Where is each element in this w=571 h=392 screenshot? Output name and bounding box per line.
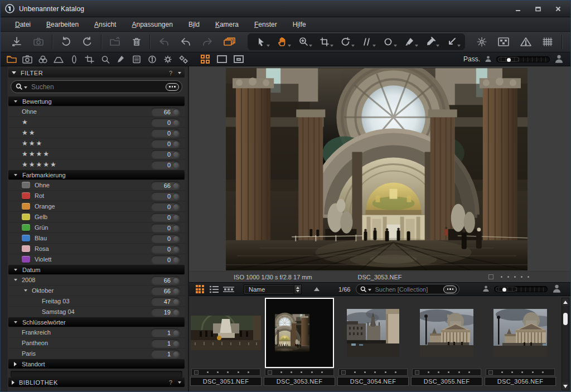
search-scope-caret-icon[interactable] <box>368 289 371 291</box>
tab-capture-icon[interactable] <box>20 54 35 65</box>
panel-menu-icon[interactable] <box>178 381 181 384</box>
tab-settings-icon[interactable] <box>160 54 176 65</box>
count-pill[interactable]: 66 <box>151 287 180 295</box>
tab-exposure-icon[interactable] <box>51 54 66 65</box>
count-pill[interactable]: 1 <box>151 339 180 347</box>
color-tag-checkbox[interactable] <box>341 370 346 375</box>
local-reset-icon[interactable] <box>471 34 492 50</box>
count-pill[interactable]: 19 <box>151 308 180 316</box>
proof-view-mode-button[interactable] <box>233 55 245 64</box>
minimize-button[interactable] <box>512 4 524 13</box>
sort-ascending-icon[interactable] <box>314 287 320 291</box>
collection-search-box[interactable]: Suchen [Collection] <box>356 284 459 294</box>
tab-details-icon[interactable] <box>98 54 113 65</box>
warning-button[interactable] <box>515 34 537 50</box>
close-button[interactable] <box>553 4 564 13</box>
filter-row-color-orange[interactable]: Orange 0 <box>8 201 185 211</box>
tab-adjustments-icon[interactable] <box>113 54 129 65</box>
filter-row-rating-1[interactable]: ★ 0 <box>8 117 185 127</box>
section-colortag-header[interactable]: Farbmarkierung <box>8 170 185 180</box>
expand-icon[interactable] <box>24 289 27 292</box>
tab-info-icon[interactable] <box>144 54 160 65</box>
filter-row-date-oktober[interactable]: Oktober 66 <box>8 285 185 296</box>
filter-search-box[interactable]: Suchen <box>11 80 182 93</box>
expand-icon[interactable] <box>12 380 14 385</box>
redo-button[interactable] <box>196 34 218 50</box>
tab-color-icon[interactable] <box>35 54 51 65</box>
tab-process-icon[interactable] <box>176 54 191 65</box>
count-pill[interactable]: 1 <box>151 328 180 337</box>
crop-tool[interactable] <box>314 35 335 49</box>
rotate-tool[interactable] <box>335 35 356 49</box>
filter-row-color-gruen[interactable]: Grün 0 <box>8 222 185 233</box>
help-icon[interactable]: ? <box>169 70 172 76</box>
filter-row-color-violett[interactable]: Violett 0 <box>8 254 185 264</box>
filter-row-rating-none[interactable]: Ohne 66 <box>8 106 185 117</box>
tab-library-icon[interactable] <box>4 54 20 65</box>
browser-filmstrip-view-button[interactable] <box>221 284 236 294</box>
thumb-rating-bar[interactable] <box>486 369 555 376</box>
thumbnail-cell[interactable]: DSC_3051.NEF <box>190 298 262 386</box>
capture-button[interactable] <box>28 34 50 50</box>
menu-bild[interactable]: Bild <box>181 21 207 28</box>
import-button[interactable] <box>6 34 28 50</box>
count-pill[interactable]: 1 <box>151 350 180 358</box>
filter-row-keyword-paris[interactable]: Paris 1 <box>8 348 185 359</box>
eyedropper-tool[interactable] <box>420 35 441 49</box>
rotate-left-button[interactable] <box>55 34 77 50</box>
filter-row-date-samstag[interactable]: Samstag 04 19 <box>8 306 185 317</box>
filter-row-date-2008[interactable]: 2008 66 <box>8 274 185 285</box>
collapse-icon[interactable] <box>14 100 17 103</box>
single-view-button[interactable] <box>216 55 228 64</box>
count-pill[interactable]: 0 <box>151 234 180 243</box>
count-pill[interactable]: 0 <box>151 255 180 264</box>
tab-metadata-icon[interactable] <box>129 54 144 65</box>
scroll-up-button[interactable] <box>562 298 569 306</box>
browser-grid-view-button[interactable] <box>192 284 207 294</box>
help-icon[interactable]: ? <box>169 379 172 386</box>
filter-panel-header[interactable]: FILTER ? <box>8 68 185 78</box>
filter-row-color-rosa[interactable]: Rosa 0 <box>8 243 185 254</box>
filter-row-color-blau[interactable]: Blau 0 <box>8 233 185 243</box>
menu-datei[interactable]: Datei <box>7 21 38 28</box>
count-pill[interactable]: 0 <box>151 118 180 127</box>
scrollbar-thumb[interactable] <box>563 313 568 325</box>
tab-crop-icon[interactable] <box>82 54 98 65</box>
count-pill[interactable]: 66 <box>151 181 180 190</box>
scroll-down-button[interactable] <box>562 383 569 390</box>
count-pill[interactable]: 66 <box>151 108 180 116</box>
library-panel-header[interactable]: BIBLIOTHEK ? <box>8 378 185 387</box>
color-tag-checkbox[interactable] <box>415 370 419 375</box>
zoom-tool[interactable] <box>293 35 314 49</box>
section-keywords-header[interactable]: Schlüsselwörter <box>8 317 185 327</box>
menu-ansicht[interactable]: Ansicht <box>86 21 124 28</box>
brush-tool[interactable] <box>399 35 420 49</box>
thumb-rating-bar[interactable] <box>191 369 260 376</box>
main-photo[interactable] <box>226 68 528 270</box>
thumb-image[interactable] <box>190 298 262 368</box>
color-tag-checkbox[interactable] <box>488 274 493 279</box>
thumb-size-slider[interactable] <box>494 286 548 292</box>
count-pill[interactable]: 66 <box>151 276 180 284</box>
filter-row-color-rot[interactable]: Rot 0 <box>8 190 185 201</box>
straighten-tool[interactable] <box>356 35 378 49</box>
filmstrip-scrollbar[interactable] <box>562 298 569 390</box>
filter-row-color-none[interactable]: Ohne 66 <box>8 180 185 190</box>
zoom-out-person-icon[interactable] <box>485 55 492 64</box>
color-tag-checkbox[interactable] <box>194 370 199 375</box>
thumbnail-cell[interactable]: DSC_3056.NEF <box>485 298 556 386</box>
search-scope-caret-icon[interactable] <box>24 86 27 89</box>
tab-lens-icon[interactable] <box>66 54 82 65</box>
menu-bearbeiten[interactable]: Bearbeiten <box>38 21 86 28</box>
section-date-header[interactable]: Datum <box>8 265 185 274</box>
count-pill[interactable]: 0 <box>151 150 180 158</box>
thumbnail-cell[interactable]: DSC_3054.NEF <box>337 298 409 386</box>
spot-tool[interactable] <box>378 35 399 49</box>
thumb-filename[interactable]: DSC_3055.NEF <box>411 377 482 386</box>
proof-view-button[interactable] <box>492 34 515 50</box>
thumb-rating-bar[interactable] <box>338 369 408 376</box>
section-location-header[interactable]: Standort <box>8 359 185 369</box>
thumb-image[interactable] <box>264 298 335 368</box>
count-pill[interactable]: 0 <box>151 139 180 148</box>
section-rating-header[interactable]: Bewertung <box>8 96 185 106</box>
